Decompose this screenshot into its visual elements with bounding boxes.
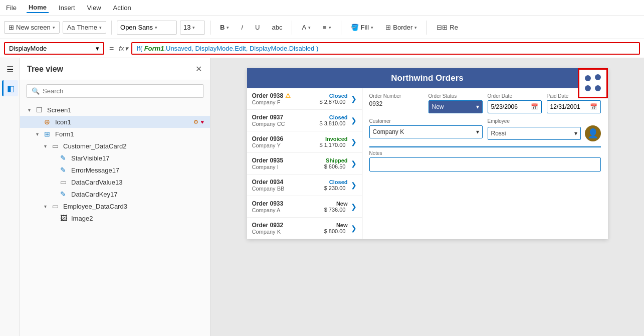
order-item-0934[interactable]: Order 0934 Company BB Closed $ 230.00 ❯ [247,175,362,196]
fill-caret-icon: ▾ [371,25,373,30]
notes-input[interactable] [369,157,601,172]
bold-button[interactable]: B ▾ [216,21,234,34]
notes-field: Notes [369,150,601,172]
tree-title: Tree view [27,65,63,74]
icon-circle-tr [594,73,602,81]
icon-circle-bl [584,84,592,92]
equals-sign: = [107,44,116,53]
search-icon: 🔍 [32,87,40,95]
font-size-dropdown[interactable]: 13 ▾ [180,21,205,35]
order-info-0932: Order 0932 Company K [252,222,324,235]
tree-item-employee-datacard3[interactable]: ▾ ▭ Employee_DataCard3 [20,200,210,212]
sidebar-layers-button[interactable]: ◧ [2,80,18,96]
order-amount-0934: $ 230.00 [324,185,346,191]
font-size-caret-icon: ▾ [192,25,195,30]
main-area: ☰ ◧ Tree view ✕ 🔍 ▾ ☐ Screen1 [0,58,644,336]
fill-button[interactable]: 🪣 Fill ▾ [346,21,378,34]
reorder-icon: ⊟⊞ [437,24,448,31]
form1-type-icon: ⊞ [44,130,53,138]
order-status-select[interactable]: New ▾ [428,100,483,113]
order-date-input[interactable]: 5/23/2006 📅 [488,100,542,113]
icon-widget[interactable] [578,68,608,98]
order-company-0933: Company A [252,207,324,213]
theme-button[interactable]: Aa Theme ▾ [63,21,106,34]
order-date-label: Order Date [488,93,542,99]
menubar: File Home Insert View Action [0,0,644,16]
tree-item-icon1[interactable]: ⊕ Icon1 ⚙ ♥ [20,116,210,128]
menu-view[interactable]: View [85,3,103,13]
reorder-button[interactable]: ⊟⊞ Re [432,21,463,34]
border-button[interactable]: ⊞ Border ▾ [381,21,421,34]
new-screen-button[interactable]: ⊞ New screen ▾ [4,21,60,34]
order-number-field: Order Number 0932 [369,93,423,113]
tree-item-image2[interactable]: 🖼 Image2 [20,212,210,224]
customer-select[interactable]: Company K ▾ [369,125,483,138]
order-status-0936: Invoiced [320,136,348,142]
icon-circle-tl [584,74,592,82]
menu-insert[interactable]: Insert [57,3,77,13]
order-num-0936: Order 0936 [252,135,320,142]
order-item-0938[interactable]: Order 0938 ⚠ Company F Closed $ 2,870.00… [247,88,362,110]
tree-item-datacardkey17[interactable]: ✎ DataCardKey17 [20,188,210,200]
theme-icon: Aa [67,24,75,31]
ribbon-separator-5 [426,21,427,35]
employee-row: Rossi ▾ 👤 [488,125,601,141]
image2-icon: 🖼 [60,214,69,222]
theme-caret-icon: ▾ [99,25,102,30]
tree-item-customer-datacard2[interactable]: ▾ ▭ Customer_DataCard2 [20,140,210,152]
layers-icon: ◧ [7,84,15,93]
order-num-0932: Order 0932 [252,222,324,229]
tree-close-button[interactable]: ✕ [194,63,203,75]
order-item-0936[interactable]: Order 0936 Company Y Invoiced $ 1,170.00… [247,131,362,153]
align-button[interactable]: ≡ ▾ [318,21,336,34]
order-item-0935[interactable]: Order 0935 Company I Shipped $ 606.50 ❯ [247,153,362,175]
menu-file[interactable]: File [4,3,19,13]
icon1-heart-badge: ♥ [200,119,204,125]
underline-button[interactable]: U [251,21,264,34]
tree-caret-screen1: ▾ [28,107,34,113]
order-amount-0932: $ 800.00 [324,228,346,234]
starvisible17-label: StarVisible17 [71,154,204,162]
employee-select[interactable]: Rossi ▾ [488,127,581,140]
errormessage-icon: ✎ [60,166,69,174]
tree-item-starvisible17[interactable]: ✎ StarVisible17 [20,152,210,164]
formula-bar: DisplayMode ▾ = fx ▾ If( Form1.Unsaved, … [0,39,644,58]
order-item-0937[interactable]: Order 0937 Company CC Closed $ 3,810.00 … [247,110,362,131]
canvas-area: Northwind Orders Order 0938 ⚠ Company F … [210,58,644,336]
ribbon-separator-1 [111,21,112,35]
order-item-0933[interactable]: Order 0933 Company A New $ 736.00 ❯ [247,196,362,218]
strikethrough-button[interactable]: abc [267,21,287,34]
search-input[interactable] [43,87,198,95]
order-number-label: Order Number [369,93,423,99]
ribbon-separator-4 [341,21,341,35]
font-color-button[interactable]: A ▾ [297,21,315,34]
order-item-0932[interactable]: Order 0932 Company K New $ 800.00 ❯ [247,218,362,239]
sidebar-hamburger-button[interactable]: ☰ [2,61,18,77]
formula-input[interactable]: If( Form1.Unsaved, DisplayMode.Edit, Dis… [131,42,640,55]
menu-home[interactable]: Home [27,3,49,13]
order-info-0935: Order 0935 Company I [252,157,324,170]
tree-search-box[interactable]: 🔍 [26,84,204,98]
reorder-label: Re [450,24,458,31]
order-date-calendar-icon: 📅 [531,103,538,110]
tree-item-errormessage17[interactable]: ✎ ErrorMessage17 [20,164,210,176]
order-arrow-icon-0933: ❯ [351,203,357,211]
font-name-dropdown[interactable]: Open Sans ▾ [117,21,177,35]
tree-item-datacardvalue13[interactable]: ▭ DataCardValue13 [20,176,210,188]
italic-button[interactable]: / [237,21,248,34]
new-screen-icon: ⊞ [9,24,14,31]
notes-label: Notes [369,150,601,156]
fx-button[interactable]: fx ▾ [119,45,128,52]
bold-caret-icon: ▾ [227,25,229,30]
app-preview: Northwind Orders Order 0938 ⚠ Company F … [247,68,608,239]
tree-item-form1[interactable]: ▾ ⊞ Form1 [20,128,210,140]
paid-date-input[interactable]: 12/31/2001 📅 [547,100,601,113]
app-title: Northwind Orders [391,73,464,83]
order-company-0935: Company I [252,164,324,170]
name-box[interactable]: DisplayMode ▾ [4,42,104,55]
border-label: Border [393,24,412,31]
formula-text: If( Form1.Unsaved, DisplayMode.Edit, Dis… [136,45,318,52]
name-box-value: DisplayMode [9,45,47,52]
tree-item-screen1[interactable]: ▾ ☐ Screen1 [20,104,210,116]
menu-action[interactable]: Action [111,3,133,13]
